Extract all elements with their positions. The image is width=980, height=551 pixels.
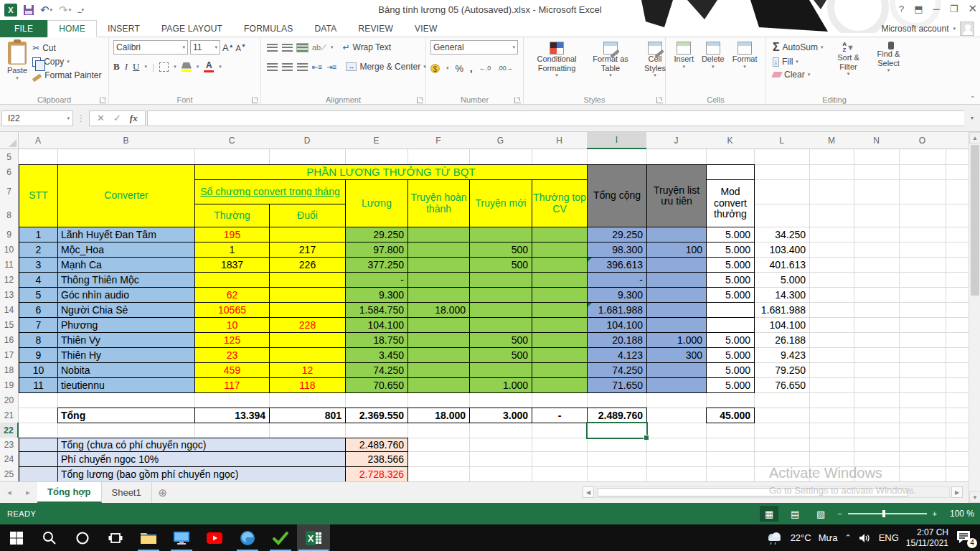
- font-size-select[interactable]: 11▾: [190, 40, 220, 55]
- cell-C11[interactable]: 1837: [194, 257, 270, 273]
- search-taskbar-icon[interactable]: [33, 524, 66, 551]
- cell-E19[interactable]: 70.650: [345, 377, 408, 393]
- align-left-button[interactable]: [267, 63, 278, 71]
- cell-H19[interactable]: [532, 377, 588, 393]
- autosum-button[interactable]: ΣAutoSum▾: [771, 40, 825, 55]
- horizontal-scrollbar[interactable]: ◀ ▶: [583, 486, 963, 499]
- cell-F12[interactable]: [407, 272, 470, 288]
- cell-G21[interactable]: 3.000: [469, 408, 532, 423]
- cell-J14[interactable]: [646, 302, 707, 318]
- underline-button[interactable]: U: [133, 61, 139, 72]
- row-header-10[interactable]: 10: [0, 242, 19, 258]
- cell-K10[interactable]: 5.000: [706, 242, 755, 258]
- cell-L16[interactable]: 26.188: [754, 332, 809, 347]
- cell-J12[interactable]: [646, 272, 707, 288]
- fill-color-button[interactable]: [182, 62, 192, 72]
- close-button[interactable]: ✕: [968, 2, 977, 15]
- cell-B21[interactable]: Tổng: [57, 408, 195, 423]
- bottom-align-button[interactable]: [297, 44, 308, 52]
- cell-K21[interactable]: 45.000: [706, 408, 755, 423]
- weather-condition[interactable]: Mưa: [819, 532, 838, 543]
- cell-A23[interactable]: [19, 438, 58, 452]
- cell-H17[interactable]: [532, 347, 588, 363]
- cell-A9[interactable]: 1: [19, 227, 58, 242]
- increase-indent-button[interactable]: ⇥≡: [326, 63, 336, 71]
- cell-K15[interactable]: [706, 317, 755, 333]
- percent-style-button[interactable]: %: [456, 63, 464, 74]
- cell-K14[interactable]: [706, 302, 755, 318]
- cell-H18[interactable]: [532, 362, 588, 378]
- cell-A15[interactable]: 7: [19, 317, 58, 333]
- ribbon-tab-review[interactable]: REVIEW: [347, 20, 404, 37]
- cell-H10[interactable]: [532, 242, 588, 258]
- font-color-button[interactable]: A: [204, 61, 214, 72]
- confirm-entry-icon[interactable]: ✓: [113, 113, 121, 123]
- cell-F11[interactable]: [407, 257, 470, 273]
- zoom-slider[interactable]: − +: [837, 509, 937, 518]
- cell-G10[interactable]: 500: [469, 242, 532, 258]
- cell-K13[interactable]: 5.000: [706, 287, 755, 303]
- merge-center-button[interactable]: ↔Merge & Center▾: [344, 61, 428, 72]
- page-layout-view-button[interactable]: ▤: [786, 506, 804, 522]
- vertical-scroll-thumb[interactable]: [971, 145, 979, 296]
- cell-F14[interactable]: 18.000: [407, 302, 470, 318]
- wrap-text-button[interactable]: ↵Wrap Text: [340, 42, 393, 53]
- cell-A14[interactable]: 6: [19, 302, 58, 318]
- grow-font-button[interactable]: A▲: [222, 42, 234, 53]
- cell-A25[interactable]: [19, 466, 58, 481]
- align-center-button[interactable]: [282, 63, 293, 71]
- column-header-x[interactable]: [946, 132, 969, 149]
- row-header-19[interactable]: 19: [0, 377, 19, 393]
- expand-formula-bar-icon[interactable]: ▾: [966, 110, 979, 126]
- decrease-decimal-button[interactable]: .00→: [497, 65, 513, 72]
- cell-A12[interactable]: 4: [19, 272, 58, 288]
- cell-B14[interactable]: Người Chia Sẻ: [57, 302, 195, 318]
- cell-I17[interactable]: 4.123: [587, 347, 647, 363]
- paste-button[interactable]: Paste▾: [4, 40, 30, 83]
- cell-E21[interactable]: 2.369.550: [345, 408, 408, 423]
- cell-I14[interactable]: 1.681.988: [587, 302, 647, 318]
- column-header-I[interactable]: I: [587, 132, 647, 149]
- column-header-K[interactable]: K: [706, 132, 755, 149]
- cell-B10[interactable]: Mộc_Hoa: [57, 242, 195, 258]
- table-header-C7[interactable]: Số chương convert trong tháng: [194, 179, 346, 204]
- table-header-K7[interactable]: Mod convert thưởng: [706, 179, 755, 227]
- row-header-20[interactable]: 20: [0, 392, 19, 408]
- cell-D10[interactable]: 217: [269, 242, 346, 258]
- cell-A19[interactable]: 11: [19, 377, 58, 393]
- cell-H15[interactable]: [532, 317, 588, 333]
- cell-I16[interactable]: 20.188: [587, 332, 647, 348]
- insert-cells-button[interactable]: Insert▾: [671, 40, 697, 71]
- zoom-slider-thumb[interactable]: [882, 510, 885, 517]
- cell-D21[interactable]: 801: [269, 408, 346, 423]
- cell-I12[interactable]: -: [587, 272, 647, 288]
- cell-D16[interactable]: [269, 332, 346, 348]
- cell-F19[interactable]: [407, 377, 470, 393]
- column-header-H[interactable]: H: [532, 132, 588, 149]
- table-header-F7[interactable]: Truyện hoàn thành: [407, 179, 470, 227]
- ribbon-tab-insert[interactable]: INSERT: [97, 20, 151, 37]
- cell-D9[interactable]: [269, 227, 346, 242]
- cell-B11[interactable]: Mạnh Ca: [57, 257, 195, 273]
- sort-filter-button[interactable]: AZ▼ Sort & Filter▾: [829, 40, 867, 80]
- cell-L13[interactable]: 14.300: [754, 287, 809, 302]
- ribbon-tab-data[interactable]: DATA: [303, 20, 347, 37]
- insert-function-icon[interactable]: fx: [130, 113, 138, 124]
- display-taskbar-icon[interactable]: [165, 524, 198, 551]
- collapse-ribbon-button[interactable]: ⌃: [970, 95, 976, 103]
- cell-C14[interactable]: 10565: [194, 302, 270, 318]
- cell-L17[interactable]: 9.423: [754, 347, 809, 362]
- hidden-icons-chevron[interactable]: ⌃: [844, 533, 851, 542]
- cell-K19[interactable]: 5.000: [706, 377, 755, 393]
- cell-K9[interactable]: 5.000: [706, 227, 755, 242]
- clear-button[interactable]: Clear▾: [771, 69, 825, 80]
- row-header-24[interactable]: 24: [0, 451, 19, 467]
- cell-F17[interactable]: [407, 347, 470, 363]
- weather-temp[interactable]: 22°C: [791, 532, 811, 543]
- cell-B19[interactable]: tieutiennu: [57, 377, 195, 393]
- table-header-A6[interactable]: STT: [19, 164, 58, 227]
- row-header-13[interactable]: 13: [0, 287, 19, 303]
- cell-G12[interactable]: [469, 272, 532, 288]
- cell-D18[interactable]: 12: [269, 362, 346, 378]
- cell-D17[interactable]: [269, 347, 346, 363]
